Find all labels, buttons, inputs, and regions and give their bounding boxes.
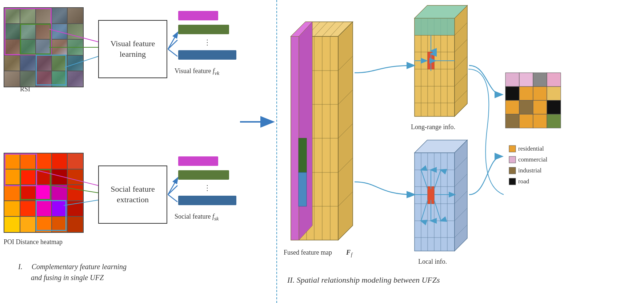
svg-rect-118 (509, 167, 516, 174)
feat-bar-blue-top (178, 50, 236, 60)
svg-line-11 (168, 195, 177, 202)
poi-cell (20, 153, 36, 169)
svg-rect-116 (509, 156, 516, 163)
rsi-cell (67, 24, 83, 40)
svg-rect-100 (533, 73, 547, 87)
section-i-label: I. (18, 263, 23, 271)
svg-rect-114 (509, 145, 516, 152)
rsi-cell (36, 39, 52, 55)
svg-rect-106 (505, 100, 519, 114)
poi-cell (36, 216, 52, 232)
rsi-cell (20, 55, 36, 71)
sfe-text: Social feature extraction (99, 184, 167, 205)
rsi-cell (36, 71, 52, 87)
rsi-cell (67, 71, 83, 87)
poi-cell (52, 153, 68, 169)
feature-bars-bottom: ⋮ (178, 156, 236, 205)
poi-cell (52, 201, 68, 217)
section-i: I. Complementary feature learning and fu… (18, 261, 182, 283)
rsi-label: RSI (20, 85, 30, 93)
poi-cell (20, 201, 36, 217)
rsi-cell (52, 8, 68, 24)
right-panel: II. Spatial relationship modeling betwee… (276, 0, 644, 303)
main-container: RSI Visual feature learning ⋮ Visual fea… (0, 0, 644, 303)
svg-text:f: f (351, 252, 353, 258)
poi-cell (4, 185, 20, 201)
svg-rect-104 (533, 87, 547, 100)
poi-cell (36, 153, 52, 169)
svg-rect-36 (291, 36, 299, 240)
rsi-cell (67, 39, 83, 55)
svg-rect-111 (519, 114, 533, 128)
feat-bar-green-top (178, 25, 229, 34)
svg-rect-39 (299, 138, 307, 172)
rsi-cell (52, 71, 68, 87)
rsi-cell (4, 24, 20, 40)
svg-line-10 (168, 186, 177, 195)
poi-cell (67, 185, 83, 201)
feat-bar-purple-bottom (178, 156, 218, 166)
rsi-grid (4, 7, 87, 91)
poi-label: POI Distance heatmap (4, 238, 63, 246)
poi-cell (4, 169, 20, 185)
svg-line-5 (168, 49, 177, 56)
svg-text:road: road (518, 178, 529, 185)
svg-rect-40 (299, 172, 307, 206)
poi-cell (4, 153, 20, 169)
rsi-cell (52, 24, 68, 40)
poi-grid (4, 153, 87, 236)
vfl-box: Visual feature learning (98, 20, 167, 78)
svg-text:Fused feature map: Fused feature map (284, 249, 332, 256)
feat-dots-bottom: ⋮ (178, 184, 236, 191)
poi-cell (36, 169, 52, 185)
social-feature-math: fsk (212, 213, 219, 220)
svg-rect-103 (519, 87, 533, 100)
feat-dots-top: ⋮ (178, 39, 236, 46)
poi-cell (20, 185, 36, 201)
svg-rect-109 (547, 100, 561, 114)
social-feature-label: Social feature fsk (175, 213, 219, 222)
rsi-cell (67, 55, 83, 71)
poi-cell (67, 201, 83, 217)
rsi-cell (20, 8, 36, 24)
svg-line-4 (168, 40, 177, 49)
rsi-cell (4, 55, 20, 71)
sfe-box: Social feature extraction (98, 166, 167, 224)
visual-feature-text: Visual feature fvk (175, 67, 219, 75)
svg-line-9 (168, 178, 177, 195)
poi-cell (4, 216, 20, 232)
vfl-text: Visual feature learning (99, 39, 167, 59)
svg-rect-110 (505, 114, 519, 128)
svg-line-3 (168, 33, 177, 49)
poi-cell (52, 216, 68, 232)
rsi-cell (20, 24, 36, 40)
svg-rect-120 (509, 178, 516, 185)
svg-rect-101 (547, 73, 561, 87)
svg-text:F: F (346, 249, 351, 256)
poi-grid-inner (4, 153, 84, 233)
svg-marker-56 (455, 5, 467, 116)
poi-cell (20, 169, 36, 185)
poi-cell (36, 201, 52, 217)
rsi-cell (67, 8, 83, 24)
svg-marker-82 (455, 140, 467, 251)
right-panel-svg: Fused feature map F f (276, 0, 644, 303)
feature-bars-top: ⋮ (178, 11, 236, 60)
rsi-cell (4, 39, 20, 55)
rsi-grid-inner (4, 7, 84, 87)
svg-text:Long-range info.: Long-range info. (411, 123, 455, 131)
svg-text:industrial: industrial (518, 167, 541, 174)
svg-rect-62 (415, 18, 455, 35)
svg-rect-102 (505, 87, 519, 100)
rsi-cell (20, 39, 36, 55)
poi-cell (20, 216, 36, 232)
rsi-cell (36, 8, 52, 24)
svg-rect-113 (547, 114, 561, 128)
visual-feature-math: fvk (213, 67, 219, 75)
poi-cell (67, 153, 83, 169)
rsi-cell (52, 55, 68, 71)
visual-feature-label: Visual feature fvk (175, 67, 219, 76)
rsi-cell (20, 71, 36, 87)
rsi-cell (4, 71, 20, 87)
feat-bar-purple-top (178, 11, 218, 20)
